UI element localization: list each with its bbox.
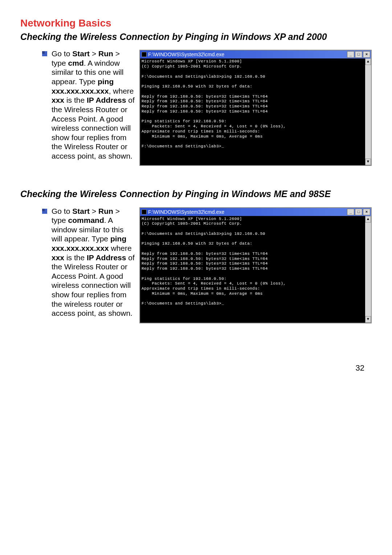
bullet-icon [42,209,47,214]
app-icon [142,52,147,57]
bold: command [68,216,104,224]
text: of the Wireless Router or Access Point. … [52,96,135,160]
maximize-button[interactable]: □ [355,51,362,58]
scrollbar[interactable]: ▲ ▼ [365,216,371,323]
titlebar: F:\WINDOWS\System32\cmd.exe _ □ × [140,50,371,58]
bold: IP Address [87,96,126,104]
scroll-track[interactable] [365,223,371,316]
bold: Start [72,207,90,215]
minimize-button[interactable]: _ [347,51,354,58]
scroll-down-icon[interactable]: ▼ [365,159,371,165]
step-2-text: Go to Start > Run > type command. A wind… [52,207,135,318]
bullet-icon [42,51,47,56]
window-title: F:\WINDOWS\System32\cmd.exe [148,52,224,57]
subsection-heading-1: Checking the Wireless Connection by Ping… [20,31,372,42]
scroll-up-icon[interactable]: ▲ [365,58,371,65]
text: , where [109,87,134,95]
scroll-up-icon[interactable]: ▲ [365,216,371,223]
scroll-down-icon[interactable]: ▼ [365,316,371,323]
bold: xxx [52,253,64,262]
window-title: F:\WINDOWS\System32\cmd.exe [148,209,224,215]
maximize-button[interactable]: □ [355,209,362,215]
step-1-text: Go to Start > Run > type cmd. A window s… [52,49,135,160]
cmd-window-1: F:\WINDOWS\System32\cmd.exe _ □ × Micros… [139,50,372,166]
minimize-button[interactable]: _ [347,209,354,215]
step-row-2: Go to Start > Run > type command. A wind… [42,207,372,323]
app-icon [142,209,147,215]
scroll-track[interactable] [365,65,371,159]
text: is the [64,253,87,262]
cmd-window-2: F:\WINDOWS\System32\cmd.exe _ □ × Micros… [139,207,372,323]
bold: Run [98,207,113,215]
close-button[interactable]: × [363,209,370,215]
text: Go to [52,207,72,215]
terminal-output: Microsoft Windows XP [Version 5.1.2600] … [140,58,365,165]
bold: Run [98,49,113,58]
bold: xxx [52,96,64,104]
step-row-1: Go to Start > Run > type cmd. A window s… [42,49,372,166]
close-button[interactable]: × [363,51,370,58]
bold: cmd [68,59,84,67]
bold: IP Address [87,253,126,262]
scrollbar[interactable]: ▲ ▼ [365,58,371,165]
terminal-output: Microsoft Windows XP [Version 5.1.2600] … [140,216,365,323]
text: where [109,244,132,252]
text: is the [64,96,87,104]
text: Go to [52,49,72,58]
titlebar: F:\WINDOWS\System32\cmd.exe _ □ × [140,208,371,216]
text: > [90,49,98,58]
subsection-heading-2: Checking the Wireless Connection by Ping… [20,188,372,200]
page-number: 32 [20,363,372,373]
section-heading: Networking Basics [20,17,372,29]
bold: Start [72,49,90,58]
text: > [90,207,98,215]
text: of the Wireless Router or Access Point. … [52,253,135,318]
